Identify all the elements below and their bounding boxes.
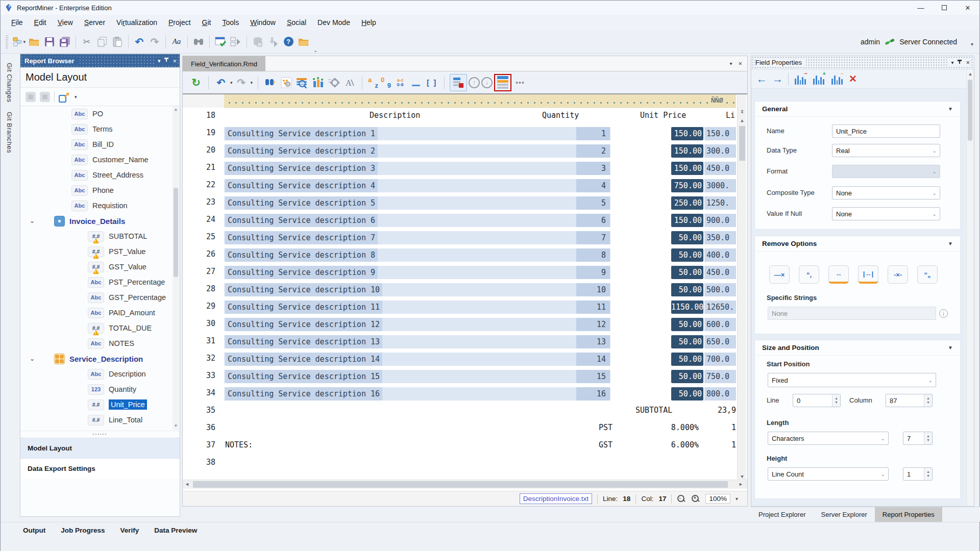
export-model-icon[interactable]: ➚: [59, 91, 70, 103]
dock-tab-data-preview[interactable]: Data Preview: [154, 527, 197, 534]
scroll-right-icon[interactable]: ►: [739, 482, 743, 487]
cut-icon[interactable]: ✂: [80, 35, 93, 48]
undo-icon[interactable]: ↶: [214, 76, 228, 90]
remove-options-section-header[interactable]: Remove Options ▼: [755, 236, 960, 252]
save-all-icon[interactable]: [58, 35, 71, 48]
toolbar-more-icon[interactable]: •••: [513, 76, 527, 90]
description-cell[interactable]: Consulting Service description 3: [225, 162, 378, 175]
preview-data-icon[interactable]: [295, 76, 309, 90]
remove-quote-comma-button[interactable]: “,: [799, 265, 819, 284]
composite-type-dropdown[interactable]: None ⌄: [832, 186, 940, 199]
menu-git[interactable]: Git: [197, 16, 217, 29]
tab-close-icon[interactable]: ×: [738, 60, 742, 67]
dock-tab-report-properties[interactable]: Report Properties: [875, 507, 942, 522]
tab-list-icon[interactable]: ▾: [729, 61, 732, 66]
unit-price-cell[interactable]: 750.00: [671, 179, 703, 192]
quantity-cell[interactable]: 9: [576, 266, 610, 279]
grid-row-20[interactable]: 20Consulting Service description 22150.0…: [183, 142, 747, 160]
tree-item-pst_percentage[interactable]: AbcPST_Percentage: [20, 274, 180, 290]
resize-field-icon[interactable]: [496, 76, 510, 90]
font-style-icon[interactable]: A: [342, 76, 357, 90]
grid-row-22[interactable]: 22Consulting Service description 44750.0…: [183, 177, 747, 194]
start-position-dropdown[interactable]: Fixed ⌄: [768, 373, 936, 387]
panel-splitter[interactable]: ••••••: [20, 431, 180, 437]
dock-tab-git-changes[interactable]: Git Changes: [6, 63, 13, 103]
remove-inner-x-button[interactable]: -×-: [888, 265, 908, 284]
grid-row-34[interactable]: 34Consulting Service description 161650.…: [183, 385, 747, 403]
menu-help[interactable]: Help: [356, 16, 382, 29]
menu-view[interactable]: View: [52, 16, 79, 29]
length-stepper[interactable]: 7 ▲▼: [903, 432, 933, 445]
unit-price-cell[interactable]: 1150.00: [671, 300, 703, 314]
zoom-in-icon[interactable]: +: [691, 494, 700, 504]
dock-tab-job-progress[interactable]: Job Progress: [61, 527, 105, 534]
line-total-cell[interactable]: 3000.: [704, 179, 736, 192]
line-total-cell[interactable]: 750.0: [704, 370, 736, 383]
menu-virtualization[interactable]: Virtualization: [111, 16, 163, 29]
dock-tab-project-explorer[interactable]: Project Explorer: [751, 507, 813, 522]
alphanumeric-icon[interactable]: a-z0-9: [393, 76, 407, 90]
menu-server[interactable]: Server: [79, 16, 111, 29]
grid-row-23[interactable]: 23Consulting Service description 55250.0…: [183, 194, 747, 212]
next-field-icon[interactable]: →: [772, 73, 783, 85]
scroll-up-icon[interactable]: ▲: [173, 106, 179, 113]
description-cell[interactable]: Consulting Service description 15: [225, 370, 382, 383]
quantity-cell[interactable]: 2: [576, 144, 610, 158]
unit-price-cell[interactable]: 150.00: [671, 127, 703, 140]
scroll-up-icon[interactable]: ▲: [967, 71, 974, 77]
line-total-cell[interactable]: 900.0: [704, 214, 736, 227]
tree-item-street_address[interactable]: AbcStreet_Address: [20, 167, 180, 183]
tree-item-invoice_details[interactable]: ⌄Invoice_Details: [20, 213, 180, 229]
grid-row-38[interactable]: 38: [183, 455, 747, 472]
grid-row-33[interactable]: 33Consulting Service description 151550.…: [183, 368, 747, 385]
data-grid[interactable]: ÑÑØ 18DescriptionQuantityUnit PriceLi19C…: [183, 94, 747, 480]
quantity-cell[interactable]: 6: [576, 214, 610, 227]
new-report-dropdown-icon[interactable]: ▾: [23, 39, 26, 44]
grid-horizontal-scrollbar[interactable]: ◄ ►: [183, 480, 747, 489]
panel-tab-data-export-settings[interactable]: Data Export Settings: [20, 458, 180, 479]
tree-scrollbar[interactable]: ▲ ▼: [173, 106, 179, 430]
auto-create-fields-icon[interactable]: [279, 76, 293, 90]
open-icon[interactable]: [28, 35, 41, 48]
tree-item-total_due[interactable]: #.#!TOTAL_DUE: [20, 320, 180, 336]
tree-item-subtotal[interactable]: #.#!SUBTOTAL: [20, 229, 180, 244]
grid-row-30[interactable]: 30Consulting Service description 121250.…: [183, 316, 747, 333]
unit-price-cell[interactable]: 150.00: [671, 214, 703, 227]
menu-tools[interactable]: Tools: [216, 16, 244, 29]
redo-icon[interactable]: ↷: [148, 35, 161, 48]
grid-row-31[interactable]: 31Consulting Service description 131350.…: [183, 333, 747, 350]
description-cell[interactable]: Consulting Service description 16: [225, 387, 382, 400]
grid-row-29[interactable]: 29Consulting Service description 1111115…: [183, 298, 747, 316]
move-down-icon[interactable]: ↓: [481, 77, 493, 88]
tree-item-terms[interactable]: AbcTerms: [20, 121, 180, 137]
description-cell[interactable]: Consulting Service description 11: [225, 300, 382, 314]
trim-bounded-button[interactable]: |↔|: [858, 265, 878, 284]
dock-tab-server-explorer[interactable]: Server Explorer: [813, 507, 874, 522]
menu-file[interactable]: File: [6, 16, 29, 29]
panel-scrollbar[interactable]: ▲: [966, 69, 973, 506]
column-stepper[interactable]: 87 ▲▼: [886, 394, 933, 407]
zoom-dropdown-icon[interactable]: ▾: [736, 496, 738, 502]
export-dropdown-icon[interactable]: ▾: [75, 94, 77, 99]
remove-dash-x-button[interactable]: —×: [769, 265, 790, 284]
pin-icon[interactable]: [958, 60, 962, 66]
grid-row-37[interactable]: 37NOTES:GST6.000%1: [183, 437, 747, 455]
unit-price-cell[interactable]: 50.00: [671, 335, 703, 348]
panel-menu-icon[interactable]: ▾: [951, 60, 953, 65]
tree-item-phone[interactable]: AbcPhone: [20, 183, 180, 198]
description-cell[interactable]: Consulting Service description 4: [225, 179, 378, 192]
scrollbar-thumb[interactable]: [739, 126, 745, 161]
unit-price-cell[interactable]: 150.00: [671, 162, 703, 175]
dock-tab-output[interactable]: Output: [23, 527, 45, 534]
field-statistics-icon[interactable]: [311, 76, 325, 90]
grid-row-32[interactable]: 32Consulting Service description 141450.…: [183, 350, 747, 368]
tree-item-customer_name[interactable]: AbcCustomer_Name: [20, 152, 180, 167]
line-total-cell[interactable]: 800.0: [704, 387, 736, 400]
description-cell[interactable]: Consulting Service description 7: [225, 231, 378, 244]
size-position-section-header[interactable]: Size and Position ▼: [755, 340, 960, 356]
shrink-field-icon[interactable]: −: [794, 73, 807, 85]
line-total-cell[interactable]: 650.0: [704, 335, 736, 348]
pin-icon[interactable]: [164, 58, 168, 64]
verify-window-icon[interactable]: [214, 35, 227, 48]
line-total-cell[interactable]: 12650.: [704, 300, 736, 314]
